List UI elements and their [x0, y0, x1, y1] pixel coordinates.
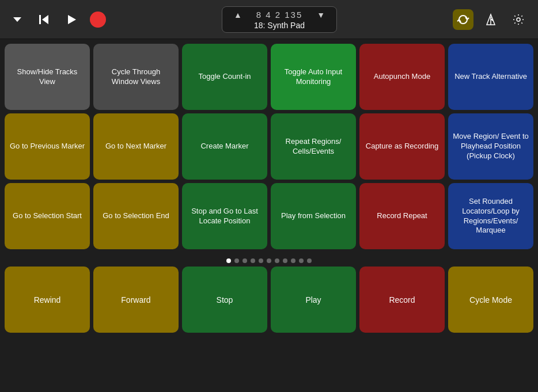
page-dot-2[interactable] [243, 258, 247, 263]
grid-cell-0-3[interactable]: Toggle Auto Input Monitoring [271, 44, 356, 110]
main-grid-area: Show/Hide Tracks ViewCycle Through Windo… [0, 39, 538, 254]
header-center-top: ▲ 8 4 2 135 ▼ [232, 9, 327, 21]
svg-marker-3 [68, 15, 76, 24]
svg-marker-2 [42, 15, 48, 24]
transport-cell-2[interactable]: Stop [182, 267, 267, 333]
grid-cell-0-5[interactable]: New Track Alternative [448, 44, 533, 110]
page-dots [0, 254, 538, 267]
play-button[interactable] [62, 10, 81, 29]
page-dot-6[interactable] [275, 258, 279, 263]
grid-cell-1-5[interactable]: Move Region/ Event to Playhead Position … [448, 113, 533, 180]
settings-icon [512, 13, 525, 26]
metronome-button[interactable] [480, 9, 501, 30]
header-right [453, 9, 529, 30]
skip-back-icon [37, 13, 51, 26]
transport-cell-0[interactable]: Rewind [5, 267, 90, 333]
metronome-icon [484, 13, 497, 26]
svg-rect-1 [39, 15, 41, 24]
page-dot-10[interactable] [307, 258, 312, 263]
chevron-up-button[interactable]: ▲ [232, 9, 244, 21]
cycle-icon [457, 13, 469, 26]
grid-cell-0-1[interactable]: Cycle Through Window Views [93, 44, 179, 110]
record-button[interactable] [90, 12, 106, 28]
track-name: 18: Synth Pad [254, 21, 305, 30]
cycle-button[interactable] [453, 9, 473, 30]
grid-cell-0-2[interactable]: Toggle Count-in [182, 44, 267, 110]
page-dot-9[interactable] [299, 258, 304, 263]
grid-cell-2-5[interactable]: Set Rounded Locators/Loop by Regions/Eve… [448, 183, 533, 249]
grid-cell-0-4[interactable]: Autopunch Mode [359, 44, 445, 110]
grid-cell-1-2[interactable]: Create Marker [182, 113, 267, 180]
grid-cell-1-3[interactable]: Repeat Regions/ Cells/Events [271, 113, 356, 180]
dropdown-button[interactable] [9, 12, 25, 28]
bottom-transport: RewindForwardStopPlayRecordCycle Mode [0, 267, 538, 337]
grid-cell-2-0[interactable]: Go to Selection Start [5, 183, 90, 249]
grid-cell-0-0[interactable]: Show/Hide Tracks View [5, 44, 90, 110]
page-dot-4[interactable] [259, 258, 263, 263]
page-dot-7[interactable] [283, 258, 287, 263]
header: ▲ 8 4 2 135 ▼ 18: Synth Pad [0, 0, 538, 39]
transport-grid: RewindForwardStopPlayRecordCycle Mode [5, 267, 533, 333]
settings-button[interactable] [508, 9, 529, 30]
record-circle [90, 12, 106, 28]
grid-cell-2-1[interactable]: Go to Selection End [93, 183, 179, 249]
rewind-to-start-button[interactable] [35, 10, 53, 29]
transport-cell-4[interactable]: Record [359, 267, 445, 333]
grid-cell-1-1[interactable]: Go to Next Marker [93, 113, 179, 180]
page-dot-1[interactable] [234, 258, 239, 263]
play-icon [65, 13, 78, 26]
transport-cell-1[interactable]: Forward [93, 267, 179, 333]
page-dot-8[interactable] [291, 258, 295, 263]
svg-marker-0 [13, 17, 21, 22]
grid-cell-2-2[interactable]: Stop and Go to Last Locate Position [182, 183, 267, 249]
grid-cell-1-0[interactable]: Go to Previous Marker [5, 113, 90, 180]
time-signature: 8 4 2 135 [256, 10, 303, 20]
grid-cell-2-3[interactable]: Play from Selection [271, 183, 356, 249]
svg-point-7 [517, 18, 520, 21]
grid-cell-2-4[interactable]: Record Repeat [359, 183, 445, 249]
page-dot-3[interactable] [251, 258, 255, 263]
header-center: ▲ 8 4 2 135 ▼ 18: Synth Pad [222, 6, 337, 33]
dropdown-arrow-icon [12, 14, 23, 25]
grid-cell-1-4[interactable]: Capture as Recording [359, 113, 445, 180]
button-grid: Show/Hide Tracks ViewCycle Through Windo… [5, 44, 533, 249]
header-left [9, 10, 106, 29]
transport-cell-3[interactable]: Play [271, 267, 356, 333]
transport-cell-5[interactable]: Cycle Mode [448, 267, 533, 333]
page-dot-0[interactable] [226, 258, 231, 263]
page-dot-5[interactable] [267, 258, 271, 263]
chevron-down-button[interactable]: ▼ [315, 9, 327, 21]
